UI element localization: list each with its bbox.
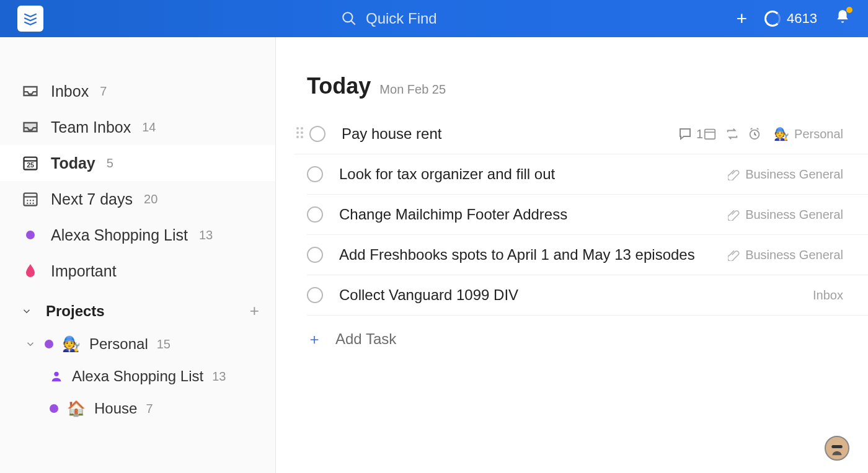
svg-point-16 (296, 131, 299, 134)
inbox-icon (21, 82, 40, 100)
team-inbox-icon (21, 118, 40, 136)
page-header: Today Mon Feb 25 (276, 73, 868, 114)
sidebar-item-label: Alexa Shopping List (51, 226, 188, 244)
repeat-icon[interactable] (725, 127, 739, 141)
task-row[interactable]: Collect Vanguard 1099 DIV Inbox (307, 275, 868, 316)
project-count: 13 (212, 369, 226, 384)
notifications-button[interactable] (835, 9, 851, 29)
add-task-label: Add Task (335, 330, 396, 348)
task-title: Add Freshbooks spots to April 1 and May … (339, 246, 728, 263)
calendar-today-icon: 25 (21, 154, 40, 172)
task-comment-count[interactable]: 1 (678, 126, 703, 141)
task-title: Change Mailchimp Footer Address (339, 206, 728, 223)
drag-handle-icon[interactable] (294, 125, 307, 143)
task-checkbox[interactable] (307, 166, 323, 182)
drop-icon (21, 262, 40, 280)
task-title: Pay house rent (342, 125, 664, 143)
task-row[interactable]: Pay house rent 1 🧑‍🔧 Personal (294, 114, 868, 154)
app-logo[interactable] (17, 6, 43, 32)
task-project-tag[interactable]: 🧑‍🔧 Personal (774, 126, 843, 141)
sidebar-item-label: Important (51, 262, 117, 280)
svg-point-11 (30, 203, 31, 204)
schedule-icon[interactable] (703, 127, 717, 141)
karma-progress-icon (764, 11, 781, 27)
karma-score: 4613 (787, 11, 817, 27)
sidebar-item-count: 20 (144, 192, 157, 206)
comment-icon (678, 126, 693, 141)
project-item-house[interactable]: 🏠 House 7 (0, 392, 275, 425)
task-row[interactable]: Look for tax organizer and fill out Busi… (307, 154, 868, 195)
project-item-alexa-shopping[interactable]: Alexa Shopping List 13 (0, 360, 275, 392)
avatar-icon (828, 439, 846, 458)
sidebar-item-label: Today (51, 154, 95, 172)
svg-point-13 (54, 372, 58, 376)
add-task-button[interactable]: ＋ Add Task (276, 316, 868, 349)
svg-rect-20 (705, 130, 715, 139)
svg-point-7 (27, 200, 28, 201)
svg-point-14 (296, 127, 299, 130)
project-item-personal[interactable]: 🧑‍🔧 Personal 15 (0, 328, 275, 360)
add-project-button[interactable]: + (250, 301, 259, 320)
projects-toggle[interactable]: Projects (21, 303, 105, 320)
svg-point-19 (301, 136, 303, 138)
sidebar-item-count: 14 (142, 120, 156, 135)
task-project-tag[interactable]: Business General (728, 167, 843, 182)
color-dot-icon (50, 404, 58, 413)
sidebar-item-team-inbox[interactable]: Team Inbox 14 (0, 109, 275, 145)
attachment-icon (728, 249, 740, 261)
chevron-down-icon (21, 306, 32, 317)
sidebar-item-today[interactable]: 25 Today 5 (0, 145, 275, 181)
task-title: Collect Vanguard 1099 DIV (339, 286, 813, 304)
color-dot-icon (45, 340, 53, 348)
sidebar-item-count: 13 (199, 228, 213, 242)
search-container (341, 10, 552, 27)
svg-line-1 (351, 20, 355, 25)
search-input[interactable] (366, 10, 552, 27)
user-avatar[interactable] (825, 436, 849, 461)
search-icon (341, 11, 357, 27)
task-title: Look for tax organizer and fill out (339, 166, 728, 183)
task-checkbox[interactable] (309, 126, 326, 142)
attachment-icon (728, 208, 740, 221)
task-project-tag[interactable]: Business General (728, 208, 843, 222)
task-checkbox[interactable] (307, 206, 323, 223)
quick-add-button[interactable]: + (737, 9, 748, 28)
project-label: House (94, 400, 137, 417)
sidebar-filter-alexa-shopping[interactable]: Alexa Shopping List 13 (0, 217, 275, 253)
karma-display[interactable]: 4613 (764, 11, 817, 27)
notification-dot-icon (846, 7, 852, 13)
sidebar-item-count: 5 (107, 156, 113, 170)
sidebar-item-label: Next 7 days (51, 190, 133, 208)
calendar-week-icon (21, 190, 40, 208)
page-title: Today (307, 73, 371, 99)
reminder-icon[interactable] (748, 127, 761, 141)
chevron-down-icon (25, 338, 36, 350)
svg-text:25: 25 (27, 161, 34, 169)
sidebar-item-inbox[interactable]: Inbox 7 (0, 73, 275, 109)
plus-icon: ＋ (307, 329, 322, 349)
sidebar-filter-important[interactable]: Important (0, 253, 275, 289)
svg-rect-24 (831, 445, 843, 448)
task-project-tag[interactable]: Inbox (813, 288, 843, 303)
projects-header-label: Projects (46, 303, 105, 320)
task-row[interactable]: Add Freshbooks spots to April 1 and May … (307, 235, 868, 275)
svg-point-10 (27, 203, 28, 204)
project-label: Alexa Shopping List (72, 368, 203, 385)
project-emoji-icon: 🏠 (67, 400, 86, 417)
svg-point-0 (343, 12, 352, 22)
attachment-icon (728, 168, 740, 180)
task-project-tag[interactable]: Business General (728, 248, 843, 262)
top-right: + 4613 (737, 9, 851, 29)
top-bar: + 4613 (0, 0, 868, 37)
svg-point-18 (296, 136, 299, 138)
sidebar-item-next-7-days[interactable]: Next 7 days 20 (0, 181, 275, 217)
sidebar-item-label: Inbox (51, 82, 89, 100)
project-count: 15 (157, 337, 170, 351)
sidebar-item-count: 7 (100, 84, 107, 99)
task-checkbox[interactable] (307, 287, 323, 303)
task-checkbox[interactable] (307, 247, 323, 263)
task-row[interactable]: Change Mailchimp Footer Address Business… (307, 195, 868, 235)
svg-point-8 (30, 200, 31, 201)
main-content: Today Mon Feb 25 Pay house rent 1 🧑‍🔧 Pe… (276, 37, 868, 473)
sidebar: Inbox 7 Team Inbox 14 25 Today 5 Next 7 … (0, 37, 276, 473)
